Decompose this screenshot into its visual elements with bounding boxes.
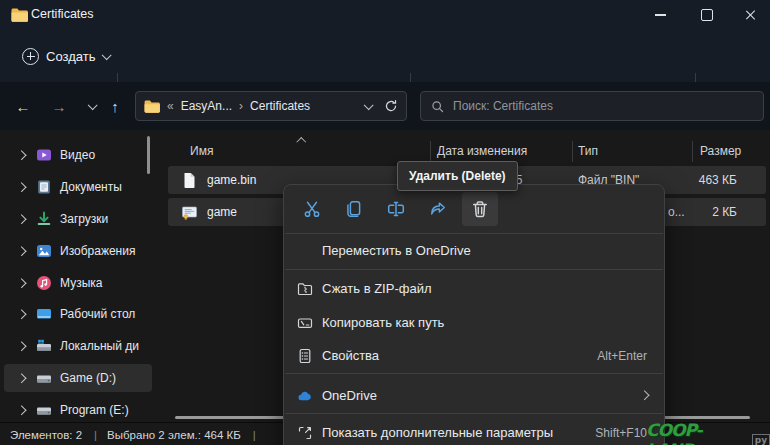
menu-item-shortcut: Alt+Enter (597, 349, 647, 363)
menu-item-move-to-onedrive[interactable]: Переместить в OneDrive (285, 234, 663, 267)
properties-icon (297, 348, 313, 364)
context-menu-quick-actions (284, 185, 674, 232)
documents-icon (36, 179, 52, 195)
expand-chevron-icon[interactable] (18, 343, 30, 350)
search-input[interactable]: Поиск: Certificates (420, 91, 764, 121)
window-chrome: Certificates Создать (0, 0, 770, 82)
sidebar-item-documents[interactable]: Документы (4, 173, 152, 201)
expand-chevron-icon[interactable] (18, 248, 30, 255)
share-button[interactable] (420, 192, 456, 226)
expand-chevron-icon[interactable] (18, 375, 30, 382)
drive-icon (36, 370, 52, 386)
show-more-options-icon (297, 425, 313, 441)
refresh-icon[interactable] (384, 99, 398, 113)
navigation-sidebar: Видео Документы Загрузки (0, 130, 160, 422)
sidebar-item-label: Музыка (60, 276, 102, 290)
videos-icon (36, 147, 52, 163)
column-date[interactable]: Дата изменения (437, 144, 527, 158)
coop-land-watermark: COOP-LAND ру (646, 420, 770, 445)
sidebar-item-game-drive[interactable]: Game (D:) (4, 364, 152, 392)
menu-separator (285, 269, 663, 270)
menu-item-label: Сжать в ZIP-файл (322, 281, 432, 296)
zip-folder-icon (297, 281, 313, 297)
downloads-icon (36, 211, 52, 227)
sidebar-item-label: Документы (60, 180, 122, 194)
column-size[interactable]: Размер (700, 144, 741, 158)
minimize-icon (655, 14, 666, 15)
sidebar-item-videos[interactable]: Видео (4, 141, 152, 169)
column-divider[interactable] (692, 141, 693, 162)
sidebar-item-downloads[interactable]: Загрузки (4, 205, 152, 233)
sidebar-item-pictures[interactable]: Изображения (4, 237, 152, 265)
expand-chevron-icon[interactable] (18, 152, 30, 159)
sidebar-item-program-drive[interactable]: Program (E:) (4, 396, 152, 424)
titlebar: Certificates (0, 0, 770, 30)
breadcrumb-separator: › (239, 99, 243, 113)
menu-item-label: Показать дополнительные параметры (322, 425, 553, 440)
pictures-icon (36, 243, 52, 259)
window-title: Certificates (31, 7, 94, 21)
close-button[interactable] (729, 0, 770, 30)
cut-button[interactable] (294, 192, 330, 226)
copy-icon (345, 200, 363, 218)
folder-icon (11, 8, 28, 22)
local-disk-icon (36, 338, 52, 354)
maximize-icon (701, 9, 713, 21)
search-placeholder: Поиск: Certificates (453, 99, 553, 113)
share-icon (429, 200, 447, 218)
trash-icon (471, 200, 489, 218)
new-button[interactable]: Создать (14, 41, 117, 71)
submenu-chevron-icon (641, 392, 648, 399)
expand-chevron-icon[interactable] (18, 216, 30, 223)
copy-button[interactable] (336, 192, 372, 226)
up-button[interactable]: ↑ (100, 92, 130, 120)
sidebar-scrollbar[interactable] (147, 136, 150, 174)
forward-button[interactable]: → (44, 92, 74, 120)
expand-chevron-icon[interactable] (18, 407, 30, 414)
menu-item-shortcut: Shift+F10 (595, 426, 647, 440)
music-icon (36, 275, 52, 291)
menu-separator (285, 373, 663, 374)
menu-item-properties[interactable]: Свойства Alt+Enter (285, 339, 663, 372)
menu-item-show-more-options[interactable]: Показать дополнительные параметры Shift+… (285, 416, 663, 445)
menu-separator (285, 413, 663, 414)
sidebar-item-label: Program (E:) (60, 403, 129, 417)
breadcrumb-overflow[interactable]: « (167, 99, 174, 113)
sidebar-item-local-disk[interactable]: Локальный ди (4, 332, 152, 360)
menu-item-onedrive[interactable]: OneDrive (285, 379, 663, 412)
status-items-count: Элементов: 2 (10, 429, 82, 441)
address-dropdown-chevron[interactable] (364, 100, 373, 109)
minimize-button[interactable] (638, 0, 682, 30)
back-button[interactable]: ← (8, 92, 38, 120)
sidebar-item-desktop[interactable]: Рабочий стол (4, 300, 152, 328)
expand-chevron-icon[interactable] (18, 311, 30, 318)
file-name: game (207, 205, 237, 219)
expand-chevron-icon[interactable] (18, 184, 30, 191)
menu-item-label: Свойства (322, 348, 379, 363)
status-separator: | (253, 429, 256, 441)
breadcrumb-parent[interactable]: EasyAn... (181, 99, 232, 113)
column-type[interactable]: Тип (578, 144, 598, 158)
menu-item-label: Переместить в OneDrive (322, 243, 471, 258)
maximize-button[interactable] (685, 0, 729, 30)
menu-item-copy-as-path[interactable]: Копировать как путь (285, 306, 663, 339)
status-separator: | (94, 429, 97, 441)
column-divider[interactable] (572, 141, 573, 162)
sidebar-item-music[interactable]: Музыка (4, 269, 152, 297)
column-name[interactable]: Имя (190, 144, 213, 158)
menu-item-label: OneDrive (322, 388, 377, 403)
status-selection: Выбрано 2 элем.: 464 КБ (107, 429, 241, 441)
delete-tooltip: Удалить (Delete) (397, 161, 518, 191)
delete-button[interactable] (462, 192, 498, 226)
address-bar[interactable]: « EasyAn... › Certificates (135, 91, 407, 121)
file-name: game.bin (207, 173, 256, 187)
close-icon (745, 9, 757, 21)
column-divider[interactable] (430, 141, 431, 162)
breadcrumb-current[interactable]: Certificates (250, 99, 310, 113)
certificate-icon (181, 204, 198, 221)
menu-item-compress-zip[interactable]: Сжать в ZIP-файл (285, 272, 663, 305)
address-row: ← → ↑ « EasyAn... › Certificates (0, 82, 770, 130)
expand-chevron-icon[interactable] (18, 280, 30, 287)
file-icon (181, 172, 198, 189)
rename-button[interactable] (378, 192, 414, 226)
